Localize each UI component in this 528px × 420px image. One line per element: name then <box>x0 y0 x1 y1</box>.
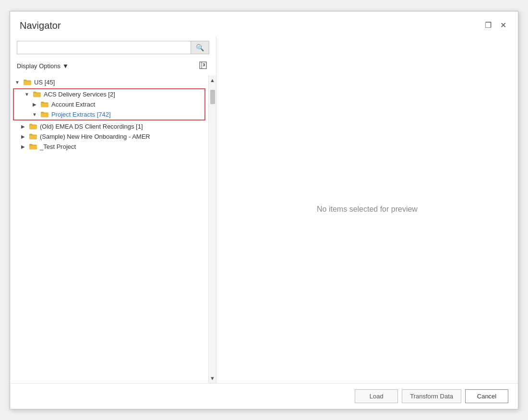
label-old-emea: (Old) EMEA DS Client Recordings [1] <box>40 123 143 130</box>
restore-button[interactable]: ❐ <box>483 21 493 30</box>
toggle-old-emea[interactable]: ▶ <box>20 124 26 129</box>
label-test-project: _Test Project <box>40 143 76 150</box>
search-button[interactable]: 🔍 <box>191 41 209 54</box>
toggle-account-extract[interactable]: ▶ <box>31 102 38 107</box>
right-panel: No items selected for preview <box>216 36 518 383</box>
left-panel: 🔍 Display Options ▼ <box>10 36 216 383</box>
folder-icon-old-emea <box>29 123 37 130</box>
toggle-project-extracts[interactable]: ▼ <box>31 112 38 117</box>
label-us: US [45] <box>34 79 55 86</box>
load-button[interactable]: Load <box>355 389 398 403</box>
chevron-down-icon: ▼ <box>62 62 69 70</box>
tree-item-test-project[interactable]: ▶ _Test Project <box>10 142 208 152</box>
label-sample-new-hire: (Sample) New Hire Onboarding - AMER <box>40 133 150 140</box>
scroll-thumb <box>210 90 215 104</box>
scroll-track <box>209 85 216 373</box>
toggle-us[interactable]: ▼ <box>14 80 21 85</box>
folder-icon-sample-new-hire <box>29 133 37 140</box>
folder-icon-test-project <box>29 143 37 150</box>
svg-rect-0 <box>200 62 206 69</box>
search-input-wrapper: 🔍 <box>17 41 209 54</box>
tree-item-old-emea[interactable]: ▶ (Old) EMEA DS Client Recordings [1] <box>10 121 208 132</box>
navigator-dialog: Navigator ❐ ✕ 🔍 Display Options ▼ <box>10 11 518 409</box>
display-options-button[interactable]: Display Options ▼ <box>17 61 69 71</box>
toggle-sample-new-hire[interactable]: ▶ <box>20 134 26 139</box>
export-icon <box>199 61 207 70</box>
highlighted-group: ▼ ACS Delivery Services [2] ▶ <box>13 88 205 120</box>
folder-icon-acs <box>33 91 41 97</box>
scrollbar: ▲ ▼ <box>208 75 216 383</box>
toolbar-row: Display Options ▼ <box>10 59 216 75</box>
label-account-extract: Account Extract <box>51 101 95 108</box>
toggle-acs[interactable]: ▼ <box>24 92 30 97</box>
scroll-up-button[interactable]: ▲ <box>209 75 216 85</box>
title-bar: Navigator ❐ ✕ <box>10 12 518 36</box>
main-content: 🔍 Display Options ▼ <box>10 36 518 383</box>
folder-icon-us <box>23 79 32 85</box>
export-button[interactable] <box>197 60 209 72</box>
footer: Load Transform Data Cancel <box>10 383 518 409</box>
folder-icon-project-extracts <box>40 111 49 118</box>
label-acs: ACS Delivery Services [2] <box>44 91 115 98</box>
toggle-test-project[interactable]: ▶ <box>20 144 26 149</box>
title-bar-controls: ❐ ✕ <box>483 21 508 30</box>
tree-item-sample-new-hire[interactable]: ▶ (Sample) New Hire Onboarding - AMER <box>10 132 208 142</box>
close-button[interactable]: ✕ <box>498 21 508 30</box>
tree-list: ▼ US [45] ▼ <box>10 75 208 154</box>
folder-icon-account-extract <box>40 101 49 108</box>
cancel-button[interactable]: Cancel <box>465 389 508 403</box>
tree-area: ▲ ▼ ▼ <box>10 75 216 383</box>
search-bar: 🔍 <box>10 36 216 59</box>
tree-item-us[interactable]: ▼ US [45] <box>10 77 208 87</box>
transform-data-button[interactable]: Transform Data <box>402 389 461 403</box>
scroll-down-button[interactable]: ▼ <box>209 373 216 383</box>
tree-item-project-extracts[interactable]: ▼ Project Extracts [742] <box>14 109 204 120</box>
display-options-label: Display Options <box>17 62 60 70</box>
label-project-extracts: Project Extracts [742] <box>51 111 111 118</box>
dialog-title: Navigator <box>20 20 61 31</box>
tree-item-acs[interactable]: ▼ ACS Delivery Services [2] <box>14 89 204 99</box>
search-input[interactable] <box>17 41 191 53</box>
tree-item-account-extract[interactable]: ▶ Account Extract <box>14 99 204 109</box>
no-preview-text: No items selected for preview <box>317 205 418 214</box>
